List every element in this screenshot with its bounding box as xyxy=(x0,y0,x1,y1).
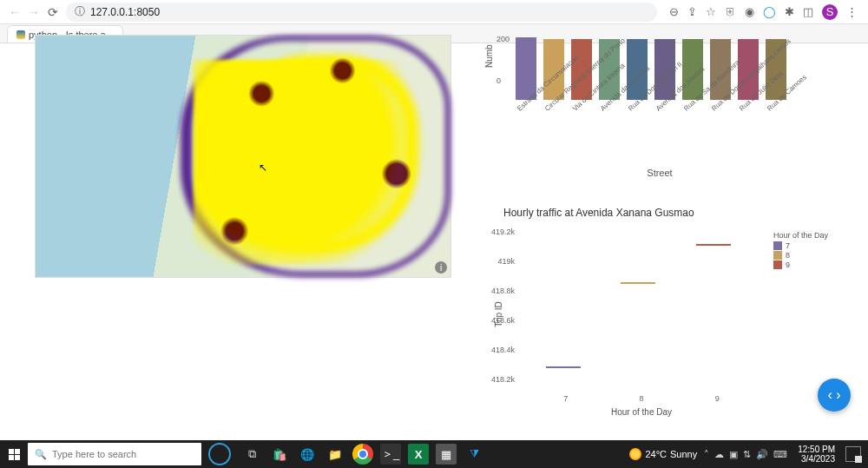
volume-icon[interactable]: 🔊 xyxy=(756,449,768,460)
excel-icon[interactable]: X xyxy=(408,444,429,465)
bookmark-icon[interactable]: ☆ xyxy=(706,5,716,18)
box-xlabel: Hour of the Day xyxy=(528,407,755,417)
zoom-icon[interactable]: ⊖ xyxy=(669,5,679,18)
box-mark-7[interactable] xyxy=(546,366,581,368)
box-xticks: 789 xyxy=(528,394,755,403)
vscode-icon[interactable]: ⧩ xyxy=(464,444,484,465)
start-button[interactable] xyxy=(0,440,28,468)
search-icon: 🔍 xyxy=(35,449,47,460)
profile-avatar[interactable]: S xyxy=(822,4,838,20)
task-view-icon[interactable]: ⧉ xyxy=(241,444,262,465)
taskbar-apps: ⧉ 🛍️ 🌐 📁 ＞_ X ▦ ⧩ xyxy=(241,444,484,465)
forward-button[interactable]: → xyxy=(24,3,43,22)
charts-column: Numb 200 0 Estrada da CircunvalacaoCircu… xyxy=(486,43,833,425)
window-icon[interactable]: ◫ xyxy=(803,5,813,18)
box-mark-9[interactable] xyxy=(696,244,731,246)
chevron-up-icon[interactable]: ˄ xyxy=(704,449,709,460)
extensions-area: ⊖ ⇪ ☆ ⛨ ◉ ◯ ✱ ◫ S ⋮ xyxy=(664,4,863,20)
tray-icons[interactable]: ˄ ☁ ▣ ⇅ 🔊 ⌨ xyxy=(704,449,787,460)
system-tray: 24°C Sunny ˄ ☁ ▣ ⇅ 🔊 ⌨ 12:50 PM 3/4/2023 xyxy=(624,445,868,464)
bar-ylabel: Numb xyxy=(484,44,494,68)
box-title: Hourly traffic at Avenida Xanana Gusmao xyxy=(486,207,833,219)
box-yticks: 419.2k419k418.8k418.6k418.4k418.2k xyxy=(491,227,515,384)
camera-icon[interactable]: ◉ xyxy=(745,5,754,18)
taskbar: 🔍 Type here to search ⧉ 🛍️ 🌐 📁 ＞_ X ▦ ⧩ … xyxy=(0,440,868,468)
taskbar-search[interactable]: 🔍 Type here to search xyxy=(28,443,201,465)
bar-yticks: 200 0 xyxy=(496,35,510,85)
hourly-box-chart[interactable]: Hourly traffic at Avenida Xanana Gusmao … xyxy=(486,207,833,419)
menu-icon[interactable]: ⋮ xyxy=(846,5,858,18)
box-legend: Hour of the Day 789 xyxy=(773,231,828,270)
sun-icon xyxy=(629,448,641,460)
search-placeholder: Type here to search xyxy=(52,449,136,459)
url-text: 127.0.0.1:8050 xyxy=(90,6,160,18)
circle-ext-icon[interactable]: ◯ xyxy=(763,5,776,18)
clock[interactable]: 12:50 PM 3/4/2023 xyxy=(794,445,838,464)
heatmap-spots xyxy=(181,48,450,277)
box-mark-8[interactable] xyxy=(621,282,655,284)
dashboard-content: i ↖ Numb 200 0 Estrada da CircunvalacaoC… xyxy=(0,43,868,425)
cloud-icon[interactable]: ☁ xyxy=(714,449,724,460)
bar-categories: Estrada da CircunvalacaoCircular Regiona… xyxy=(516,107,833,115)
store-icon[interactable]: 🛍️ xyxy=(269,444,290,465)
battery-icon[interactable]: ▣ xyxy=(729,449,738,460)
reload-button[interactable]: ⟳ xyxy=(43,3,62,22)
bar-xlabel: Street xyxy=(486,168,833,178)
weather-widget[interactable]: 24°C Sunny xyxy=(629,448,697,460)
dash-devtools-fab[interactable]: ‹ › xyxy=(818,379,851,412)
browser-toolbar: ← → ⟳ ⓘ 127.0.0.1:8050 ⊖ ⇪ ☆ ⛨ ◉ ◯ ✱ ◫ S… xyxy=(0,0,868,24)
terminal-icon[interactable]: ＞_ xyxy=(380,444,401,465)
address-bar[interactable]: ⓘ 127.0.0.1:8050 xyxy=(66,3,657,22)
windows-icon xyxy=(9,449,20,460)
language-icon[interactable]: ⌨ xyxy=(773,449,787,460)
map-info-icon[interactable]: i xyxy=(435,261,447,274)
notifications-icon[interactable] xyxy=(845,446,861,462)
app-icon[interactable]: ▦ xyxy=(436,444,457,465)
share-icon[interactable]: ⇪ xyxy=(687,5,697,18)
box-plot-area: Trip ID 419.2k419k418.8k418.6k418.4k418.… xyxy=(528,227,755,401)
street-bar-chart[interactable]: Numb 200 0 Estrada da CircunvalacaoCircu… xyxy=(486,43,833,182)
chrome-icon[interactable] xyxy=(352,444,373,465)
shield-icon[interactable]: ⛨ xyxy=(725,5,736,18)
puzzle-icon[interactable]: ✱ xyxy=(785,5,794,18)
back-button[interactable]: ← xyxy=(5,3,24,22)
site-info-icon[interactable]: ⓘ xyxy=(75,4,85,19)
wifi-icon[interactable]: ⇅ xyxy=(743,449,751,460)
mouse-cursor: ↖ xyxy=(259,161,267,174)
edge-icon[interactable]: 🌐 xyxy=(297,444,318,465)
python-icon xyxy=(16,30,25,39)
cortana-icon[interactable] xyxy=(208,443,231,465)
explorer-icon[interactable]: 📁 xyxy=(325,444,345,465)
map-panel[interactable]: i ↖ xyxy=(35,35,451,278)
